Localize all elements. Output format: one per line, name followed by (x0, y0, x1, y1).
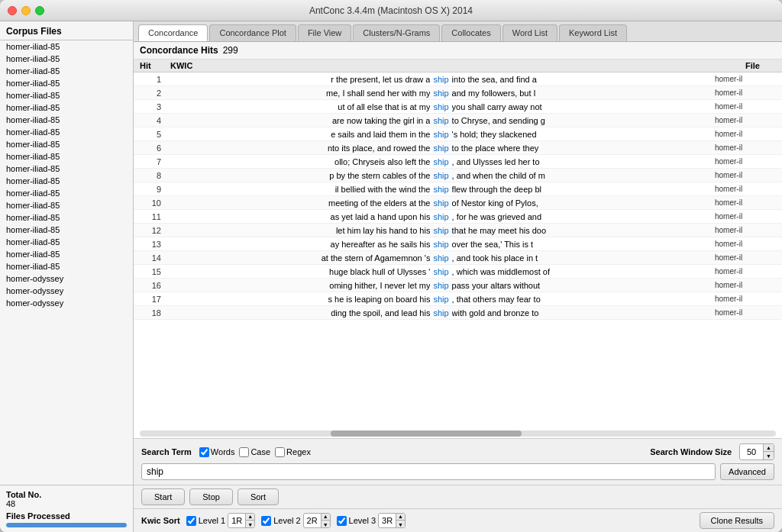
sidebar-item-16[interactable]: homer-iliad-85 (0, 236, 133, 248)
sidebar-item-3[interactable]: homer-iliad-85 (0, 77, 133, 89)
table-row[interactable]: 9 il bellied with the wind the ship flew… (134, 182, 782, 196)
level3-checkbox[interactable] (337, 516, 347, 526)
table-row[interactable]: 2 me, I shall send her with my ship and … (134, 86, 782, 100)
window-size-up[interactable]: ▲ (764, 443, 774, 452)
tab-word-list[interactable]: Word List (502, 24, 557, 41)
sidebar-item-5[interactable]: homer-iliad-85 (0, 102, 133, 114)
sidebar-item-10[interactable]: homer-iliad-85 (0, 163, 133, 175)
search-window-label: Search Window Size (650, 447, 732, 456)
level2-up[interactable]: ▲ (322, 513, 330, 521)
sidebar-item-9[interactable]: homer-iliad-85 (0, 150, 133, 163)
row-kwic: il bellied with the wind the ship flew t… (167, 185, 715, 194)
kwic-center: ship (433, 89, 448, 98)
table-row[interactable]: 5 e sails and laid them in the ship 's h… (134, 127, 782, 141)
table-row[interactable]: 6 nto its place, and rowed the ship to t… (134, 141, 782, 155)
table-row[interactable]: 10 meeting of the elders at the ship of … (134, 196, 782, 210)
table-row[interactable]: 12 let him lay his hand to his ship that… (134, 224, 782, 237)
tab-concordance-plot[interactable]: Concordance Plot (209, 24, 296, 41)
horizontal-scrollbar[interactable] (140, 430, 776, 437)
tab-file-view[interactable]: File View (298, 24, 351, 41)
table-row[interactable]: 16 oming hither, I never let my ship pas… (134, 279, 782, 292)
sidebar-item-20[interactable]: homer-odyssey (0, 285, 133, 297)
sidebar-item-19[interactable]: homer-odyssey (0, 272, 133, 285)
level1-checkbox[interactable] (186, 516, 196, 526)
tab-clusters-ngrams[interactable]: Clusters/N-Grams (353, 24, 440, 41)
tab-collocates[interactable]: Collocates (441, 24, 500, 41)
search-input[interactable] (141, 463, 716, 480)
start-button[interactable]: Start (141, 488, 185, 505)
maximize-button[interactable] (35, 6, 44, 15)
regex-checkbox[interactable] (275, 447, 285, 457)
tab-concordance[interactable]: Concordance (138, 24, 208, 41)
row-num: 13 (140, 240, 167, 249)
words-checkbox[interactable] (199, 447, 209, 457)
level2-value: 2R (304, 516, 321, 525)
sidebar-item-4[interactable]: homer-iliad-85 (0, 89, 133, 102)
row-file: homer-il (715, 212, 776, 221)
concordance-hits-label: Concordance Hits (140, 45, 218, 56)
sidebar-item-17[interactable]: homer-iliad-85 (0, 248, 133, 260)
level1-up[interactable]: ▲ (246, 513, 254, 521)
clone-results-button[interactable]: Clone Results (700, 512, 774, 529)
sidebar-list[interactable]: homer-iliad-85homer-iliad-85homer-iliad-… (0, 40, 133, 485)
kwic-right: you shall carry away not (452, 102, 715, 111)
table-body[interactable]: 1 r the present, let us draw a ship into… (134, 73, 782, 430)
sort-button[interactable]: Sort (238, 488, 279, 505)
window-size-spinner[interactable]: 50 ▲ ▼ (739, 443, 774, 460)
table-row[interactable]: 7 ollo; Chryseis also left the ship , an… (134, 155, 782, 169)
case-checkbox[interactable] (239, 447, 249, 457)
table-row[interactable]: 4 are now taking the girl in a ship to C… (134, 114, 782, 127)
sidebar-item-0[interactable]: homer-iliad-85 (0, 40, 133, 53)
kwic-right: with gold and bronze to (452, 308, 715, 318)
level1-label: Level 1 (199, 516, 225, 525)
kwic-right: and my followers, but I (452, 89, 715, 98)
tab-keyword-list[interactable]: Keyword List (559, 24, 627, 41)
minimize-button[interactable] (21, 6, 31, 15)
level1-spinner[interactable]: 1R ▲ ▼ (228, 513, 255, 528)
table-row[interactable]: 17 s he is leaping on board his ship , t… (134, 292, 782, 306)
sidebar-item-11[interactable]: homer-iliad-85 (0, 175, 133, 187)
advanced-button[interactable]: Advanced (720, 463, 774, 480)
sidebar-item-8[interactable]: homer-iliad-85 (0, 138, 133, 150)
sidebar-item-21[interactable]: homer-odyssey (0, 297, 133, 309)
table-row[interactable]: 3 ut of all else that is at my ship you … (134, 100, 782, 114)
sidebar-item-2[interactable]: homer-iliad-85 (0, 65, 133, 77)
table-row[interactable]: 13 ay hereafter as he sails his ship ove… (134, 237, 782, 251)
level2-spinner[interactable]: 2R ▲ ▼ (303, 513, 331, 528)
kwic-left: e sails and laid them in the (167, 130, 430, 139)
table-row[interactable]: 8 p by the stern cables of the ship , an… (134, 169, 782, 182)
sidebar-item-12[interactable]: homer-iliad-85 (0, 187, 133, 199)
window-size-down[interactable]: ▼ (764, 452, 774, 460)
level3-down[interactable]: ▼ (396, 521, 405, 528)
close-button[interactable] (8, 6, 17, 15)
row-kwic: meeting of the elders at the ship of Nes… (167, 198, 715, 208)
sidebar-item-6[interactable]: homer-iliad-85 (0, 114, 133, 126)
kwic-right: over the sea,' This is t (452, 240, 715, 249)
kwic-center: ship (433, 295, 448, 304)
kwic-right: of Nestor king of Pylos, (452, 198, 715, 208)
kwic-left: meeting of the elders at the (167, 198, 430, 208)
kwic-right: to the place where they (452, 143, 715, 153)
table-row[interactable]: 18 ding the spoil, and lead his ship wit… (134, 306, 782, 320)
stop-button[interactable]: Stop (189, 488, 233, 505)
kwic-left: r the present, let us draw a (167, 75, 430, 84)
sidebar-item-14[interactable]: homer-iliad-85 (0, 211, 133, 224)
level2-down[interactable]: ▼ (322, 521, 330, 528)
level1-down[interactable]: ▼ (246, 521, 254, 528)
row-file: homer-il (715, 281, 776, 289)
kwic-center: ship (433, 130, 448, 139)
sidebar-item-18[interactable]: homer-iliad-85 (0, 260, 133, 272)
sidebar-item-7[interactable]: homer-iliad-85 (0, 126, 133, 138)
table-row[interactable]: 15 huge black hull of Ulysses ' ship , w… (134, 265, 782, 279)
level3-up[interactable]: ▲ (396, 513, 405, 521)
sidebar-item-1[interactable]: homer-iliad-85 (0, 53, 133, 65)
kwic-right: to Chryse, and sending g (452, 116, 715, 125)
table-row[interactable]: 14 at the stern of Agamemnon 's ship , a… (134, 251, 782, 265)
sidebar-footer: Total No. 48 Files Processed (0, 485, 133, 532)
sidebar-item-13[interactable]: homer-iliad-85 (0, 199, 133, 211)
level3-spinner[interactable]: 3R ▲ ▼ (378, 513, 406, 528)
level2-checkbox[interactable] (261, 516, 271, 526)
table-row[interactable]: 11 as yet laid a hand upon his ship , fo… (134, 210, 782, 224)
sidebar-item-15[interactable]: homer-iliad-85 (0, 224, 133, 236)
table-row[interactable]: 1 r the present, let us draw a ship into… (134, 73, 782, 86)
